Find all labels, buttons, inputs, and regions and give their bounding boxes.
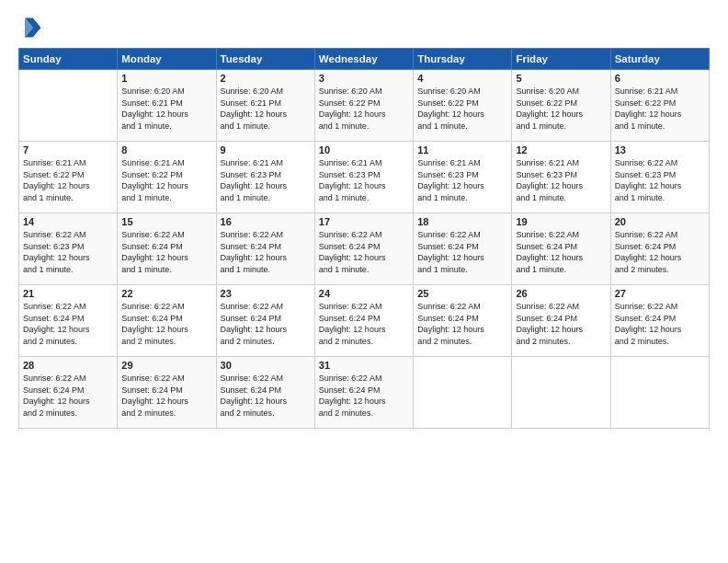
day-number: 10 <box>319 144 409 155</box>
calendar-cell: 30Sunrise: 6:22 AM Sunset: 6:24 PM Dayli… <box>216 357 314 429</box>
day-info: Sunrise: 6:21 AM Sunset: 6:23 PM Dayligh… <box>319 157 409 203</box>
day-of-week-header: Saturday <box>610 49 709 70</box>
calendar-cell: 23Sunrise: 6:22 AM Sunset: 6:24 PM Dayli… <box>216 285 314 357</box>
day-number: 5 <box>516 73 606 84</box>
day-number: 19 <box>516 216 606 227</box>
day-info: Sunrise: 6:22 AM Sunset: 6:24 PM Dayligh… <box>221 301 311 347</box>
calendar-cell <box>414 357 512 429</box>
logo <box>18 15 48 40</box>
calendar-cell: 8Sunrise: 6:21 AM Sunset: 6:22 PM Daylig… <box>118 142 216 213</box>
day-of-week-header: Wednesday <box>314 49 413 70</box>
header <box>18 15 710 40</box>
logo-icon <box>18 15 44 40</box>
day-of-week-header: Thursday <box>414 49 512 70</box>
day-number: 20 <box>615 216 705 227</box>
day-info: Sunrise: 6:22 AM Sunset: 6:24 PM Dayligh… <box>319 301 409 347</box>
day-number: 6 <box>615 73 705 84</box>
day-number: 27 <box>615 288 705 299</box>
day-info: Sunrise: 6:20 AM Sunset: 6:21 PM Dayligh… <box>221 86 311 132</box>
day-info: Sunrise: 6:22 AM Sunset: 6:24 PM Dayligh… <box>319 229 409 275</box>
day-info: Sunrise: 6:22 AM Sunset: 6:24 PM Dayligh… <box>615 229 705 275</box>
day-info: Sunrise: 6:22 AM Sunset: 6:24 PM Dayligh… <box>121 373 211 419</box>
calendar-cell: 29Sunrise: 6:22 AM Sunset: 6:24 PM Dayli… <box>118 357 216 429</box>
calendar-cell <box>19 70 118 142</box>
day-number: 22 <box>121 288 211 299</box>
day-number: 16 <box>221 216 311 227</box>
day-number: 8 <box>121 144 211 155</box>
day-number: 9 <box>221 144 311 155</box>
day-number: 18 <box>417 216 507 227</box>
day-info: Sunrise: 6:22 AM Sunset: 6:24 PM Dayligh… <box>417 229 507 275</box>
day-info: Sunrise: 6:22 AM Sunset: 6:24 PM Dayligh… <box>319 373 409 419</box>
calendar-cell <box>512 357 610 429</box>
day-number: 7 <box>23 144 113 155</box>
day-info: Sunrise: 6:22 AM Sunset: 6:24 PM Dayligh… <box>221 373 311 419</box>
calendar-cell: 27Sunrise: 6:22 AM Sunset: 6:24 PM Dayli… <box>610 285 709 357</box>
day-of-week-header: Tuesday <box>216 49 314 70</box>
calendar-cell: 13Sunrise: 6:22 AM Sunset: 6:23 PM Dayli… <box>610 142 709 213</box>
page: SundayMondayTuesdayWednesdayThursdayFrid… <box>0 0 728 563</box>
calendar-cell: 4Sunrise: 6:20 AM Sunset: 6:22 PM Daylig… <box>414 70 512 142</box>
day-info: Sunrise: 6:20 AM Sunset: 6:22 PM Dayligh… <box>516 86 606 132</box>
day-number: 24 <box>319 288 409 299</box>
calendar-header-row: SundayMondayTuesdayWednesdayThursdayFrid… <box>19 49 710 70</box>
day-info: Sunrise: 6:21 AM Sunset: 6:22 PM Dayligh… <box>23 157 113 203</box>
day-info: Sunrise: 6:21 AM Sunset: 6:23 PM Dayligh… <box>516 157 606 203</box>
day-number: 29 <box>121 360 211 371</box>
day-number: 11 <box>417 144 507 155</box>
day-info: Sunrise: 6:21 AM Sunset: 6:22 PM Dayligh… <box>121 157 211 203</box>
calendar-cell: 2Sunrise: 6:20 AM Sunset: 6:21 PM Daylig… <box>216 70 314 142</box>
calendar-cell: 17Sunrise: 6:22 AM Sunset: 6:24 PM Dayli… <box>314 213 413 285</box>
calendar-week-row: 28Sunrise: 6:22 AM Sunset: 6:24 PM Dayli… <box>19 357 710 429</box>
calendar-cell: 28Sunrise: 6:22 AM Sunset: 6:24 PM Dayli… <box>19 357 118 429</box>
day-info: Sunrise: 6:20 AM Sunset: 6:21 PM Dayligh… <box>121 86 211 132</box>
calendar-cell: 11Sunrise: 6:21 AM Sunset: 6:23 PM Dayli… <box>414 142 512 213</box>
calendar-cell: 9Sunrise: 6:21 AM Sunset: 6:23 PM Daylig… <box>216 142 314 213</box>
day-number: 23 <box>221 288 311 299</box>
day-info: Sunrise: 6:22 AM Sunset: 6:24 PM Dayligh… <box>121 229 211 275</box>
day-info: Sunrise: 6:21 AM Sunset: 6:23 PM Dayligh… <box>221 157 311 203</box>
calendar-cell: 10Sunrise: 6:21 AM Sunset: 6:23 PM Dayli… <box>314 142 413 213</box>
day-number: 31 <box>319 360 409 371</box>
day-of-week-header: Friday <box>512 49 610 70</box>
calendar-cell: 21Sunrise: 6:22 AM Sunset: 6:24 PM Dayli… <box>19 285 118 357</box>
day-info: Sunrise: 6:22 AM Sunset: 6:24 PM Dayligh… <box>23 301 113 347</box>
calendar-cell: 5Sunrise: 6:20 AM Sunset: 6:22 PM Daylig… <box>512 70 610 142</box>
calendar-cell: 18Sunrise: 6:22 AM Sunset: 6:24 PM Dayli… <box>414 213 512 285</box>
day-number: 17 <box>319 216 409 227</box>
day-number: 14 <box>23 216 113 227</box>
day-info: Sunrise: 6:20 AM Sunset: 6:22 PM Dayligh… <box>319 86 409 132</box>
day-of-week-header: Sunday <box>19 49 118 70</box>
day-number: 4 <box>417 73 507 84</box>
calendar-cell: 24Sunrise: 6:22 AM Sunset: 6:24 PM Dayli… <box>314 285 413 357</box>
calendar-cell: 15Sunrise: 6:22 AM Sunset: 6:24 PM Dayli… <box>118 213 216 285</box>
calendar-cell: 7Sunrise: 6:21 AM Sunset: 6:22 PM Daylig… <box>19 142 118 213</box>
day-info: Sunrise: 6:22 AM Sunset: 6:24 PM Dayligh… <box>615 301 705 347</box>
calendar-cell: 12Sunrise: 6:21 AM Sunset: 6:23 PM Dayli… <box>512 142 610 213</box>
calendar-cell <box>610 357 709 429</box>
day-info: Sunrise: 6:21 AM Sunset: 6:22 PM Dayligh… <box>615 86 705 132</box>
day-info: Sunrise: 6:22 AM Sunset: 6:24 PM Dayligh… <box>23 373 113 419</box>
calendar-week-row: 7Sunrise: 6:21 AM Sunset: 6:22 PM Daylig… <box>19 142 710 213</box>
day-info: Sunrise: 6:22 AM Sunset: 6:23 PM Dayligh… <box>23 229 113 275</box>
day-info: Sunrise: 6:22 AM Sunset: 6:24 PM Dayligh… <box>516 229 606 275</box>
day-number: 12 <box>516 144 606 155</box>
calendar-cell: 3Sunrise: 6:20 AM Sunset: 6:22 PM Daylig… <box>314 70 413 142</box>
calendar-cell: 31Sunrise: 6:22 AM Sunset: 6:24 PM Dayli… <box>314 357 413 429</box>
calendar-cell: 19Sunrise: 6:22 AM Sunset: 6:24 PM Dayli… <box>512 213 610 285</box>
day-number: 2 <box>221 73 311 84</box>
calendar-week-row: 1Sunrise: 6:20 AM Sunset: 6:21 PM Daylig… <box>19 70 710 142</box>
calendar-cell: 22Sunrise: 6:22 AM Sunset: 6:24 PM Dayli… <box>118 285 216 357</box>
day-number: 13 <box>615 144 705 155</box>
day-number: 15 <box>121 216 211 227</box>
day-info: Sunrise: 6:22 AM Sunset: 6:24 PM Dayligh… <box>221 229 311 275</box>
day-info: Sunrise: 6:22 AM Sunset: 6:24 PM Dayligh… <box>417 301 507 347</box>
calendar-cell: 25Sunrise: 6:22 AM Sunset: 6:24 PM Dayli… <box>414 285 512 357</box>
calendar-cell: 1Sunrise: 6:20 AM Sunset: 6:21 PM Daylig… <box>118 70 216 142</box>
day-number: 28 <box>23 360 113 371</box>
day-number: 30 <box>221 360 311 371</box>
calendar-week-row: 21Sunrise: 6:22 AM Sunset: 6:24 PM Dayli… <box>19 285 710 357</box>
day-info: Sunrise: 6:21 AM Sunset: 6:23 PM Dayligh… <box>417 157 507 203</box>
day-number: 25 <box>417 288 507 299</box>
day-number: 21 <box>23 288 113 299</box>
